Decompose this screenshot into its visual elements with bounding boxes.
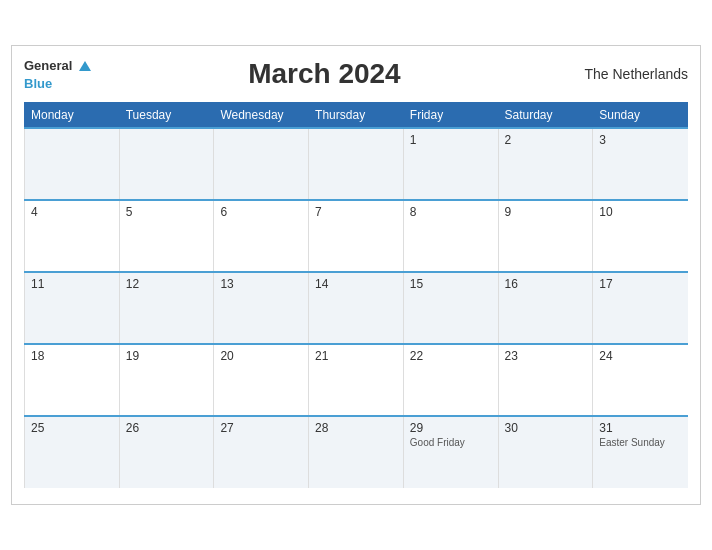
calendar-cell: 1 [403,128,498,200]
calendar-cell: 24 [593,344,688,416]
calendar-cell: 13 [214,272,309,344]
calendar-cell: 20 [214,344,309,416]
day-number: 11 [31,277,113,291]
calendar-cell: 25 [25,416,120,488]
day-number: 15 [410,277,492,291]
day-number: 26 [126,421,208,435]
day-number: 18 [31,349,113,363]
calendar-cell: 12 [119,272,214,344]
calendar-cell: 23 [498,344,593,416]
calendar-grid: Monday Tuesday Wednesday Thursday Friday… [24,102,688,488]
calendar-cell: 27 [214,416,309,488]
day-number: 3 [599,133,681,147]
calendar-cell: 17 [593,272,688,344]
calendar-cell: 6 [214,200,309,272]
calendar-cell: 31Easter Sunday [593,416,688,488]
col-tuesday: Tuesday [119,103,214,129]
day-number: 4 [31,205,113,219]
col-saturday: Saturday [498,103,593,129]
day-number: 13 [220,277,302,291]
day-number: 8 [410,205,492,219]
calendar-cell: 30 [498,416,593,488]
day-number: 1 [410,133,492,147]
day-number: 22 [410,349,492,363]
calendar-cell: 15 [403,272,498,344]
day-number: 31 [599,421,681,435]
day-number: 25 [31,421,113,435]
logo: General Blue [24,56,91,92]
day-number: 27 [220,421,302,435]
calendar-cell: 5 [119,200,214,272]
calendar-cell: 3 [593,128,688,200]
logo-triangle-icon [79,61,91,71]
day-number: 29 [410,421,492,435]
calendar-cell: 4 [25,200,120,272]
calendar-cell [214,128,309,200]
calendar-week-row: 45678910 [25,200,688,272]
day-number: 14 [315,277,397,291]
day-number: 10 [599,205,681,219]
calendar-cell: 19 [119,344,214,416]
logo-bottom: Blue [24,74,52,92]
calendar-cell: 18 [25,344,120,416]
calendar-cell: 8 [403,200,498,272]
calendar-cell [119,128,214,200]
col-thursday: Thursday [309,103,404,129]
calendar: General Blue March 2024 The Netherlands … [11,45,701,505]
calendar-thead: Monday Tuesday Wednesday Thursday Friday… [25,103,688,129]
day-number: 30 [505,421,587,435]
day-number: 19 [126,349,208,363]
calendar-body: 1234567891011121314151617181920212223242… [25,128,688,488]
calendar-week-row: 11121314151617 [25,272,688,344]
col-friday: Friday [403,103,498,129]
col-monday: Monday [25,103,120,129]
calendar-cell: 22 [403,344,498,416]
calendar-region: The Netherlands [558,66,688,82]
logo-top: General [24,56,91,74]
calendar-cell: 9 [498,200,593,272]
calendar-cell: 11 [25,272,120,344]
day-number: 28 [315,421,397,435]
calendar-cell [309,128,404,200]
calendar-cell: 26 [119,416,214,488]
weekday-header-row: Monday Tuesday Wednesday Thursday Friday… [25,103,688,129]
calendar-week-row: 2526272829Good Friday3031Easter Sunday [25,416,688,488]
calendar-cell: 28 [309,416,404,488]
calendar-cell: 7 [309,200,404,272]
day-number: 24 [599,349,681,363]
calendar-cell: 21 [309,344,404,416]
day-number: 20 [220,349,302,363]
holiday-label: Good Friday [410,437,492,448]
day-number: 16 [505,277,587,291]
calendar-week-row: 18192021222324 [25,344,688,416]
calendar-title: March 2024 [91,58,558,90]
calendar-cell: 16 [498,272,593,344]
calendar-cell: 14 [309,272,404,344]
holiday-label: Easter Sunday [599,437,681,448]
col-wednesday: Wednesday [214,103,309,129]
day-number: 12 [126,277,208,291]
day-number: 6 [220,205,302,219]
day-number: 17 [599,277,681,291]
day-number: 7 [315,205,397,219]
day-number: 21 [315,349,397,363]
calendar-header: General Blue March 2024 The Netherlands [24,56,688,92]
calendar-cell [25,128,120,200]
calendar-cell: 2 [498,128,593,200]
calendar-cell: 29Good Friday [403,416,498,488]
day-number: 9 [505,205,587,219]
logo-general: General [24,58,72,73]
day-number: 5 [126,205,208,219]
day-number: 23 [505,349,587,363]
logo-blue-text: Blue [24,76,52,91]
col-sunday: Sunday [593,103,688,129]
day-number: 2 [505,133,587,147]
calendar-week-row: 123 [25,128,688,200]
calendar-cell: 10 [593,200,688,272]
